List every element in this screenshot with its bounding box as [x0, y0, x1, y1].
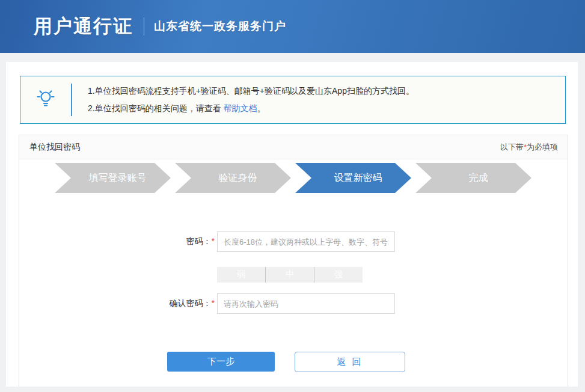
- step-set-new-password: 设置新密码: [295, 163, 411, 193]
- next-step-button[interactable]: 下一步: [167, 352, 275, 372]
- page-header: 用户通行证 山东省统一政务服务门户: [0, 0, 585, 53]
- password-strength-meter: 弱 中 强: [217, 267, 363, 283]
- step-progress-bar: 填写登录账号 验证身份 设置新密码 完成: [55, 163, 568, 193]
- confirm-required-asterisk: *: [212, 298, 215, 308]
- brand: 用户通行证 山东省统一政务服务门户: [34, 14, 286, 39]
- password-label-text: 密码：: [186, 236, 212, 246]
- required-note-prefix: 以下带: [500, 142, 524, 152]
- tip-line-1: 1.单位找回密码流程支持手机+验证码、邮箱号+验证码以及爱山东App扫脸的方式找…: [88, 82, 414, 100]
- tip-box: 1.单位找回密码流程支持手机+验证码、邮箱号+验证码以及爱山东App扫脸的方式找…: [20, 76, 566, 124]
- help-doc-link[interactable]: 帮助文档: [224, 103, 257, 113]
- confirm-password-label: 确认密码：*: [19, 298, 215, 309]
- panel-header: 单位找回密码 以下带*为必填项: [19, 135, 568, 159]
- password-recovery-panel: 单位找回密码 以下带*为必填项 填写登录账号 验证身份 设置新密码 完成 密码：…: [19, 135, 568, 387]
- required-note-suffix: 为必填项: [527, 142, 558, 152]
- step-complete: 完成: [415, 163, 531, 193]
- step-verify-identity: 验证身份: [175, 163, 291, 193]
- brand-divider: [144, 17, 144, 35]
- content-card: 1.单位找回密码流程支持手机+验证码、邮箱号+验证码以及爱山东App扫脸的方式找…: [6, 62, 578, 387]
- brand-title: 用户通行证: [34, 14, 133, 39]
- brand-subtitle: 山东省统一政务服务门户: [154, 19, 286, 34]
- confirm-password-input[interactable]: [217, 293, 395, 314]
- button-row: 下一步 返 回: [167, 352, 568, 372]
- tip-line-2-period: 。: [257, 103, 266, 113]
- tip-line-2-text: 2.单位找回密码的相关问题，请查看: [88, 103, 224, 113]
- tip-text: 1.单位找回密码流程支持手机+验证码、邮箱号+验证码以及爱山东App扫脸的方式找…: [72, 82, 414, 117]
- password-input[interactable]: [217, 231, 395, 252]
- confirm-password-row: 确认密码：*: [19, 293, 568, 314]
- back-button[interactable]: 返 回: [295, 352, 405, 372]
- password-row: 密码：*: [19, 231, 568, 252]
- tip-icon-cell: [20, 88, 71, 112]
- strength-medium: 中: [266, 267, 314, 283]
- panel-title: 单位找回密码: [29, 142, 80, 153]
- confirm-password-label-text: 确认密码：: [170, 298, 212, 308]
- strength-weak: 弱: [217, 267, 266, 283]
- password-required-asterisk: *: [212, 236, 215, 246]
- password-label: 密码：*: [19, 236, 215, 247]
- lightbulb-icon: [35, 88, 57, 112]
- required-note: 以下带*为必填项: [500, 142, 558, 153]
- step-fill-account: 填写登录账号: [55, 163, 171, 193]
- tip-line-2: 2.单位找回密码的相关问题，请查看 帮助文档。: [88, 100, 414, 117]
- strength-strong: 强: [314, 267, 363, 283]
